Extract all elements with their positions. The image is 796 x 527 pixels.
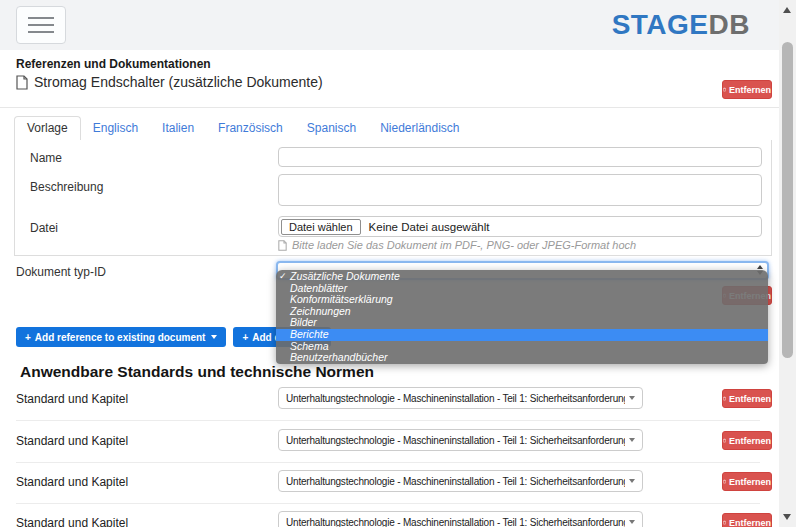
plus-icon: + — [25, 332, 31, 343]
dropdown-option-label: Zusätzliche Dokumente — [290, 270, 400, 282]
description-field-label: Beschreibung — [30, 180, 103, 194]
remove-standard-button-2[interactable]: Entfernen — [722, 431, 772, 450]
standard-select-1[interactable]: Unterhaltungstechnologie - Maschineninst… — [278, 387, 643, 409]
standard-row-label: Standard und Kapitel — [16, 516, 128, 527]
document-icon — [278, 240, 287, 251]
dropdown-option-zusaetzliche-dokumente[interactable]: ✓ Zusätzliche Dokumente — [276, 271, 768, 283]
language-tabs: Vorlage Englisch Italien Französisch Spa… — [14, 117, 772, 141]
row-divider — [16, 462, 760, 463]
file-format-hint: Bitte laden Sie das Dokument im PDF-, PN… — [278, 239, 636, 251]
name-input[interactable] — [278, 147, 762, 167]
dropdown-option-benutzerhandbuecher[interactable]: Benutzerhandbücher — [276, 352, 768, 364]
file-field-label: Datei — [30, 221, 58, 235]
standard-select-2[interactable]: Unterhaltungstechnologie - Maschineninst… — [278, 429, 643, 451]
dropdown-option-bilder[interactable]: Bilder — [276, 317, 768, 329]
tab-spanisch[interactable]: Spanisch — [295, 117, 368, 140]
file-input[interactable]: Datei wählen Keine Datei ausgewählt — [278, 216, 762, 237]
scroll-up-arrow-icon[interactable] — [783, 7, 791, 13]
hamburger-icon — [28, 17, 54, 19]
document-item: Stromag Endschalter (zusätzliche Dokumen… — [16, 74, 323, 90]
chevron-down-icon — [629, 520, 635, 524]
dropdown-option-berichte[interactable]: Berichte — [276, 329, 768, 341]
logo-text-primary: STAGE — [612, 9, 709, 40]
standard-row-label: Standard und Kapitel — [16, 434, 128, 448]
scrollbar-thumb[interactable] — [782, 42, 793, 358]
remove-standard-button-4[interactable]: Entfernen — [722, 513, 772, 527]
section-title-standards: Anwendbare Standards und technische Norm… — [20, 363, 374, 381]
standard-select-value: Unterhaltungstechnologie - Maschineninst… — [286, 517, 625, 527]
dropdown-option-label: Datenblätter — [290, 282, 347, 294]
row-divider — [16, 420, 760, 421]
section-divider — [0, 107, 779, 108]
header-bar: STAGEDB — [0, 0, 779, 50]
check-icon: ✓ — [279, 271, 287, 283]
remove-button-label: Entfernen — [729, 394, 771, 404]
section-title-references: Referenzen und Dokumentationen — [16, 57, 211, 71]
standard-select-value: Unterhaltungstechnologie - Maschineninst… — [286, 435, 625, 446]
dropdown-option-zeichnungen[interactable]: Zeichnungen — [276, 306, 768, 318]
app-logo: STAGEDB — [612, 9, 750, 41]
tab-niederlaendisch[interactable]: Niederländisch — [368, 117, 471, 140]
file-format-hint-text: Bitte laden Sie das Dokument im PDF-, PN… — [292, 239, 636, 251]
add-reference-label: Add reference to existing document — [35, 332, 206, 343]
doctype-field-label: Dokument typ-ID — [16, 265, 106, 279]
chevron-down-icon — [629, 479, 635, 483]
hamburger-icon — [28, 31, 54, 33]
file-choose-button[interactable]: Datei wählen — [281, 219, 361, 235]
trash-icon — [723, 394, 726, 403]
description-textarea[interactable] — [278, 174, 762, 206]
tab-englisch[interactable]: Englisch — [81, 117, 150, 140]
dropdown-option-label: Benutzerhandbücher — [290, 351, 388, 363]
doctype-dropdown-menu: ✓ Zusätzliche Dokumente Datenblätter Kon… — [276, 270, 768, 364]
row-divider — [16, 503, 760, 504]
plus-icon: + — [242, 332, 248, 343]
dropdown-option-label: Zeichnungen — [290, 305, 351, 317]
remove-button-label: Entfernen — [729, 436, 771, 446]
tab-italien[interactable]: Italien — [150, 117, 206, 140]
document-item-title: Stromag Endschalter (zusätzliche Dokumen… — [34, 74, 323, 90]
remove-standard-button-1[interactable]: Entfernen — [722, 389, 772, 408]
file-status-text: Keine Datei ausgewählt — [369, 221, 490, 233]
standard-row-label: Standard und Kapitel — [16, 475, 128, 489]
trash-icon — [723, 477, 726, 486]
standard-select-value: Unterhaltungstechnologie - Maschineninst… — [286, 393, 625, 404]
trash-icon — [723, 518, 726, 527]
dropdown-option-label: Konformitätserklärung — [290, 293, 393, 305]
dropdown-option-label: Berichte — [290, 328, 329, 340]
hamburger-icon — [28, 24, 54, 26]
chevron-down-icon — [211, 335, 217, 339]
remove-button-label: Entfernen — [729, 477, 771, 487]
chevron-down-icon — [629, 396, 635, 400]
dropdown-option-label: Bilder — [290, 316, 317, 328]
remove-button-label: Entfernen — [729, 518, 771, 527]
dropdown-option-label: Schema — [290, 340, 329, 352]
standard-select-4[interactable]: Unterhaltungstechnologie - Maschineninst… — [278, 511, 643, 527]
chevron-down-icon — [629, 438, 635, 442]
tab-franzoesisch[interactable]: Französisch — [206, 117, 295, 140]
remove-document-button[interactable]: Entfernen — [722, 80, 772, 99]
hamburger-menu-button[interactable] — [16, 6, 66, 44]
scroll-down-arrow-icon[interactable] — [783, 514, 791, 520]
standard-row-label: Standard und Kapitel — [16, 392, 128, 406]
trash-icon — [723, 85, 726, 94]
standard-select-3[interactable]: Unterhaltungstechnologie - Maschineninst… — [278, 470, 643, 492]
remove-standard-button-3[interactable]: Entfernen — [722, 472, 772, 491]
name-field-label: Name — [30, 151, 62, 165]
add-reference-button[interactable]: + Add reference to existing document — [16, 327, 226, 347]
logo-text-secondary: DB — [709, 9, 750, 40]
standard-select-value: Unterhaltungstechnologie - Maschineninst… — [286, 476, 625, 487]
tab-vorlage[interactable]: Vorlage — [14, 116, 81, 141]
remove-button-label: Entfernen — [729, 85, 771, 95]
vertical-scrollbar[interactable] — [779, 0, 796, 527]
document-icon — [16, 75, 28, 90]
trash-icon — [723, 436, 726, 445]
